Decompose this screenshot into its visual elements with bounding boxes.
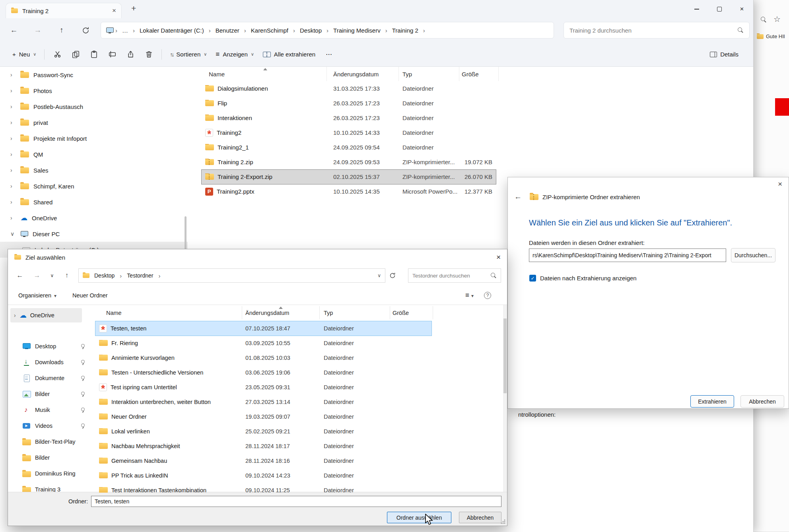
tree-item[interactable]: Desktop — [10, 338, 90, 354]
new-button[interactable]: Neu — [8, 48, 41, 61]
paste-button[interactable] — [85, 47, 103, 62]
cut-button[interactable] — [48, 47, 66, 62]
file-row[interactable]: Interaktionen 26.03.2025 17:23 Dateiordn… — [201, 111, 499, 125]
explorer-tab[interactable]: Training 2 — [6, 3, 122, 18]
file-row[interactable]: Flip 26.03.2025 17:23 Dateiordner — [201, 96, 499, 111]
breadcrumb-item[interactable]: KarenSchimpf — [248, 25, 292, 35]
sidebar-item-onedrive[interactable]: OneDrive — [0, 210, 188, 226]
folder-row[interactable]: Testen, testen 07.10.2025 18:47 Dateiord… — [93, 321, 504, 336]
delete-button[interactable] — [140, 47, 158, 62]
checkbox-checked-icon[interactable] — [529, 275, 536, 282]
breadcrumb-item[interactable]: Training 2 — [389, 25, 422, 35]
folder-row[interactable]: Interaktion unterbrechen, weiter Button … — [93, 394, 504, 409]
browse-button[interactable]: Durchsuchen... — [731, 248, 775, 262]
sidebar-folder-item[interactable]: privat — [0, 115, 188, 130]
search-input[interactable] — [569, 27, 735, 34]
sidebar-folder-item[interactable]: QM — [0, 146, 188, 162]
forward-button[interactable] — [30, 22, 46, 38]
sidebar-folder-item[interactable]: Projekte mit Infoport — [0, 130, 188, 146]
minimize-button[interactable] — [685, 0, 708, 18]
folder-row[interactable]: PP Trick aus LinkedIN 09.10.2024 14:23 D… — [93, 468, 504, 483]
refresh-button[interactable] — [386, 268, 399, 283]
share-button[interactable] — [121, 47, 140, 62]
tree-item[interactable]: Videos — [10, 418, 90, 434]
select-folder-button[interactable]: Ordner auswählen — [387, 512, 451, 523]
back-button[interactable] — [6, 22, 22, 38]
tree-item[interactable]: Downloads — [10, 354, 90, 370]
file-row[interactable]: Training2 10.10.2025 14:33 Dateiordner — [201, 125, 499, 140]
change-view-button[interactable] — [465, 291, 474, 299]
tree-item[interactable]: Bilder — [10, 386, 90, 402]
help-icon[interactable] — [484, 292, 491, 299]
extract-all-button[interactable]: Alle extrahieren — [258, 48, 320, 61]
sidebar-folder-item[interactable]: Passwort-Sync — [0, 67, 188, 83]
more-options-button[interactable] — [320, 47, 338, 62]
details-pane-button[interactable]: Details — [705, 48, 743, 61]
file-row[interactable]: Training2.pptx 10.10.2025 14:35 Microsof… — [201, 184, 499, 199]
folder-name-input[interactable] — [91, 496, 501, 507]
breadcrumb-item[interactable]: Desktop — [92, 271, 117, 280]
sidebar-folder-item[interactable]: Photos — [0, 83, 188, 99]
dialog-titlebar[interactable]: Ziel auswählen — [8, 249, 507, 265]
back-button[interactable] — [13, 268, 27, 283]
dialog-scrollbar[interactable] — [503, 305, 507, 493]
extract-button[interactable]: Extrahieren — [690, 395, 734, 408]
new-folder-button[interactable]: Neuer Ordner — [72, 292, 108, 299]
column-header-type[interactable]: Typ — [320, 306, 390, 319]
sidebar-folder-item[interactable]: Shared — [0, 194, 188, 210]
folder-row[interactable]: Fr. Riering 03.09.2025 10:55 Dateiordner — [93, 336, 504, 350]
bookmark-item[interactable]: Gute HIl — [757, 33, 789, 39]
file-row[interactable]: Training 2-Export.zip 02.10.2025 15:37 Z… — [201, 169, 499, 184]
column-header-type[interactable]: Typ — [399, 67, 459, 81]
close-button[interactable] — [731, 0, 753, 18]
search-box[interactable] — [564, 22, 750, 39]
rename-button[interactable] — [103, 47, 121, 62]
up-button[interactable] — [60, 268, 74, 283]
column-header-date[interactable]: Änderungsdatum — [327, 67, 399, 81]
view-button[interactable]: Anzeigen — [211, 47, 258, 62]
dialog-close-icon[interactable] — [496, 253, 501, 262]
tree-item[interactable]: Musik — [10, 402, 90, 418]
sidebar-folder-item[interactable]: Schimpf, Karen — [0, 178, 188, 194]
folder-row[interactable]: Annimierte Kursvorlagen 01.08.2025 10:03… — [93, 350, 504, 365]
breadcrumb-item[interactable]: Testordner — [125, 271, 155, 280]
tree-item-onedrive[interactable]: OneDrive — [10, 308, 82, 322]
tree-item[interactable]: Dominikus Ring — [10, 466, 90, 482]
tree-item[interactable]: Bilder — [10, 450, 90, 466]
breadcrumb-item[interactable]: Benutzer — [212, 25, 243, 35]
new-tab-button[interactable] — [131, 4, 136, 13]
refresh-button[interactable] — [78, 22, 93, 38]
copy-button[interactable] — [66, 47, 85, 62]
address-dropdown-icon[interactable] — [377, 273, 381, 278]
address-bar[interactable]: … Lokaler Datenträger (C:) Benutzer Kare… — [101, 22, 554, 39]
zoom-icon[interactable] — [761, 17, 767, 23]
dialog-address-bar[interactable]: Desktop Testordner — [78, 268, 385, 283]
resize-grip[interactable] — [500, 518, 506, 524]
favorites-star-icon[interactable] — [773, 14, 781, 24]
cancel-button[interactable]: Abbrechen — [459, 512, 501, 523]
cancel-button[interactable]: Abbrechen — [740, 395, 784, 408]
column-header-name[interactable]: Name — [201, 67, 327, 81]
dialog-search-box[interactable] — [408, 268, 501, 283]
dialog-search-input[interactable] — [412, 273, 488, 279]
tree-item[interactable]: Dokumente — [10, 370, 90, 386]
folder-row[interactable]: Neuer Ordner 19.03.2025 09:07 Dateiordne… — [93, 409, 504, 424]
maximize-button[interactable] — [708, 0, 731, 18]
column-header-name[interactable]: Name — [93, 306, 242, 319]
recent-locations-button[interactable] — [45, 268, 59, 283]
folder-row[interactable]: Testen - Unterschiedliche Versionen 03.0… — [93, 365, 504, 380]
breadcrumb-overflow[interactable]: … — [119, 25, 131, 35]
column-header-size[interactable]: Größe — [390, 306, 433, 319]
organize-button[interactable]: Organisieren — [18, 292, 56, 299]
folder-row[interactable]: Lokal verlinken 25.02.2025 09:21 Dateior… — [93, 424, 504, 439]
dialog-close-icon[interactable] — [778, 180, 782, 188]
breadcrumb-item[interactable]: Training Mediserv — [330, 25, 384, 35]
tree-item[interactable]: Bilder-Text-Play — [10, 434, 90, 450]
folder-row[interactable]: Nachbau Mehrsprachigkeit 28.11.2024 18:1… — [93, 439, 504, 453]
dialog-back-button[interactable] — [514, 192, 522, 201]
file-row[interactable]: Dialogsimulationen 31.03.2025 17:33 Date… — [201, 81, 499, 96]
folder-row[interactable]: Test Interaktionen Tastenkombination 09.… — [93, 483, 504, 493]
column-header-size[interactable]: Größe — [459, 67, 499, 81]
forward-button[interactable] — [30, 268, 44, 283]
file-row[interactable]: Training 2.zip 24.09.2025 09:53 ZIP-komp… — [201, 155, 499, 169]
